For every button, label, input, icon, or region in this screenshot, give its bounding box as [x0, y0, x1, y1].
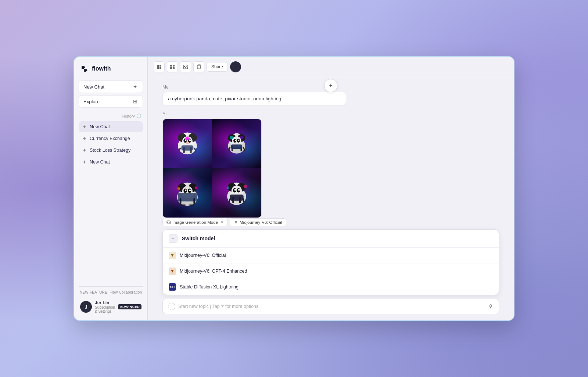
- new-feature-banner: NEW FEATURE: Flow Collaboration: [79, 290, 143, 294]
- svg-point-18: [189, 139, 191, 141]
- copy-icon-btn[interactable]: [193, 61, 204, 72]
- svg-point-50: [180, 204, 186, 206]
- main-content: Share ✦ Me a cyberpunk panda, cute, pixa…: [148, 57, 514, 320]
- panda-image-4: [219, 176, 254, 210]
- svg-rect-9: [197, 65, 200, 69]
- svg-point-37: [230, 136, 233, 139]
- chat-item-dot: ✦: [82, 147, 87, 153]
- image-mode-icon: [166, 220, 171, 225]
- flowith-logo-icon: [80, 64, 89, 73]
- svg-point-53: [178, 187, 180, 190]
- model-option-sd-xl[interactable]: SD Stable Diffusion XL Lightning: [163, 279, 499, 295]
- mode-tag-close-btn[interactable]: ✕: [220, 220, 223, 225]
- layout-icon-btn[interactable]: [154, 61, 165, 72]
- user-name: Jer Lin: [95, 300, 115, 305]
- svg-rect-6: [173, 67, 175, 69]
- mj-model-icon: [234, 220, 238, 225]
- user-info: Jer Lin Subscription & Settings: [95, 300, 115, 313]
- input-circle-icon: [168, 303, 175, 310]
- svg-rect-3: [170, 65, 172, 67]
- svg-point-51: [189, 204, 194, 206]
- image-icon-btn[interactable]: [180, 61, 191, 72]
- svg-point-29: [232, 136, 241, 146]
- mj-gpt4-icon: [169, 268, 176, 275]
- svg-point-19: [186, 141, 189, 144]
- new-chat-button[interactable]: New Chat ✦: [79, 80, 143, 93]
- svg-rect-1: [159, 65, 161, 67]
- svg-rect-66: [230, 195, 244, 201]
- svg-point-33: [238, 140, 240, 141]
- app-name: flowith: [92, 65, 111, 72]
- svg-rect-5: [170, 67, 172, 69]
- model-option-mj-gpt4[interactable]: Midjourney-V6: GPT-4 Enhanced: [163, 263, 499, 279]
- chat-history-item[interactable]: ✦ New Chat: [79, 121, 143, 132]
- back-button[interactable]: ←: [169, 234, 178, 243]
- user-subscription: Subscription & Settings: [95, 305, 115, 313]
- app-window: flowith New Chat ✦ Explore ⊞ History 🕐 ✦…: [74, 56, 514, 321]
- svg-point-62: [234, 189, 236, 191]
- svg-point-32: [235, 140, 236, 141]
- input-area: Start new topic | Tap '/' for more optio…: [148, 295, 514, 320]
- panda-image-2: [219, 126, 254, 161]
- avatar: J: [80, 301, 92, 313]
- svg-point-47: [189, 190, 191, 191]
- svg-rect-36: [231, 144, 242, 149]
- explore-button[interactable]: Explore ⊞: [79, 95, 143, 108]
- chat-input-box[interactable]: Start new topic | Tap '/' for more optio…: [162, 299, 499, 314]
- svg-point-54: [195, 186, 197, 189]
- chat-history-list: ✦ New Chat ✦ Currency Exchange ✦ Stock L…: [79, 121, 143, 168]
- midjourney-model-tag: Midjourney-V6: Official: [230, 218, 286, 226]
- svg-point-63: [238, 189, 240, 191]
- chat-item-dot: ✦: [82, 136, 87, 141]
- svg-point-68: [227, 186, 229, 189]
- model-option-mj-official[interactable]: Midjourney-V6: Official: [163, 248, 499, 263]
- sd-xl-icon: SD: [169, 283, 176, 291]
- chat-history-item[interactable]: ✦ Currency Exchange: [79, 133, 143, 144]
- chat-area: Me a cyberpunk panda, cute, pixar studio…: [148, 77, 514, 218]
- image-cell-2: [212, 119, 261, 168]
- ai-image-grid: [162, 119, 262, 218]
- switch-model-panel: ← Switch model Midjourney-V6: Official M…: [162, 229, 499, 295]
- svg-rect-0: [157, 65, 159, 69]
- explore-icon: ⊞: [132, 98, 138, 104]
- history-label: History 🕐: [80, 114, 141, 118]
- share-button[interactable]: Share: [207, 62, 228, 72]
- bottom-area: Image Generation Mode ✕ Midjourney-V6: O…: [148, 218, 514, 295]
- image-generation-mode-tag: Image Generation Mode ✕: [162, 218, 227, 226]
- svg-rect-22: [182, 146, 194, 151]
- svg-rect-2: [159, 67, 161, 69]
- chat-item-dot: ✦: [82, 159, 87, 165]
- grid-icon: [170, 64, 175, 69]
- sidebar-bottom: NEW FEATURE: Flow Collaboration J Jer Li…: [79, 286, 143, 316]
- sidebar: flowith New Chat ✦ Explore ⊞ History 🕐 ✦…: [74, 57, 148, 320]
- mode-tags-row: Image Generation Mode ✕ Midjourney-V6: O…: [162, 218, 499, 226]
- switch-model-header: ← Switch model: [163, 230, 499, 248]
- input-placeholder-text: Start new topic | Tap '/' for more optio…: [178, 304, 485, 309]
- microphone-icon[interactable]: 🎙: [488, 304, 494, 309]
- magic-button-top[interactable]: ✦: [324, 79, 337, 92]
- user-row[interactable]: J Jer Lin Subscription & Settings ADVANC…: [79, 298, 143, 316]
- toolbar: Share: [148, 57, 514, 77]
- svg-point-38: [240, 136, 243, 139]
- svg-rect-4: [173, 65, 175, 67]
- copy-icon: [196, 64, 201, 69]
- svg-rect-52: [178, 193, 197, 201]
- svg-point-24: [186, 137, 189, 140]
- svg-point-46: [185, 190, 187, 191]
- grid-icon-btn[interactable]: [167, 61, 178, 72]
- user-message-bubble: a cyberpunk panda, cute, pixar studio, n…: [162, 92, 346, 105]
- chat-history-item[interactable]: ✦ New Chat: [79, 157, 143, 168]
- new-chat-icon: ✦: [132, 84, 138, 90]
- image-cell-1: [163, 119, 212, 168]
- magic-icon: ✦: [329, 83, 333, 89]
- chat-history-item[interactable]: ✦ Stock Loss Strategy: [79, 145, 143, 156]
- switch-model-title: Switch model: [182, 236, 215, 241]
- theme-toggle-button[interactable]: [230, 61, 241, 72]
- image-cell-3: [163, 168, 212, 218]
- theme-icon: [233, 64, 238, 69]
- svg-point-67: [244, 185, 247, 188]
- image-icon: [183, 64, 188, 69]
- chat-item-dot: ✦: [82, 124, 87, 130]
- ai-label: AI: [162, 111, 499, 116]
- panda-image-3: [170, 176, 205, 210]
